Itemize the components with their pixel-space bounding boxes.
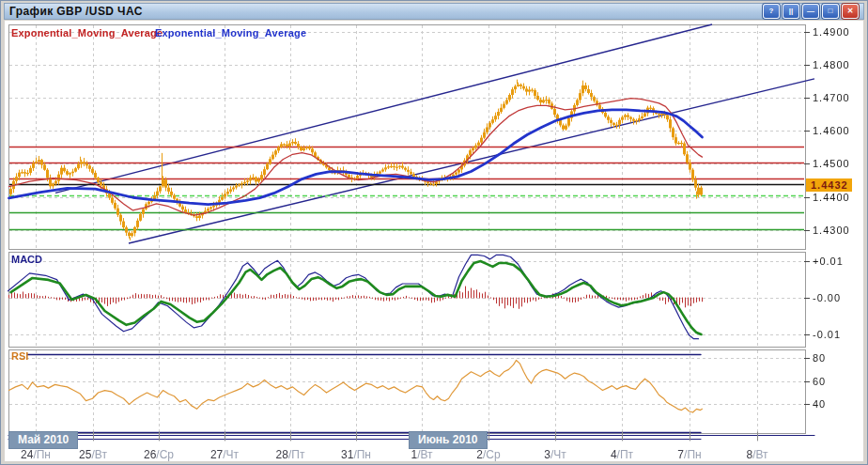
chart-canvas[interactable]: [1, 1, 868, 465]
chart-window: График GBP /USD ЧАС ? || — □ ✕ Exponenti…: [0, 0, 868, 465]
